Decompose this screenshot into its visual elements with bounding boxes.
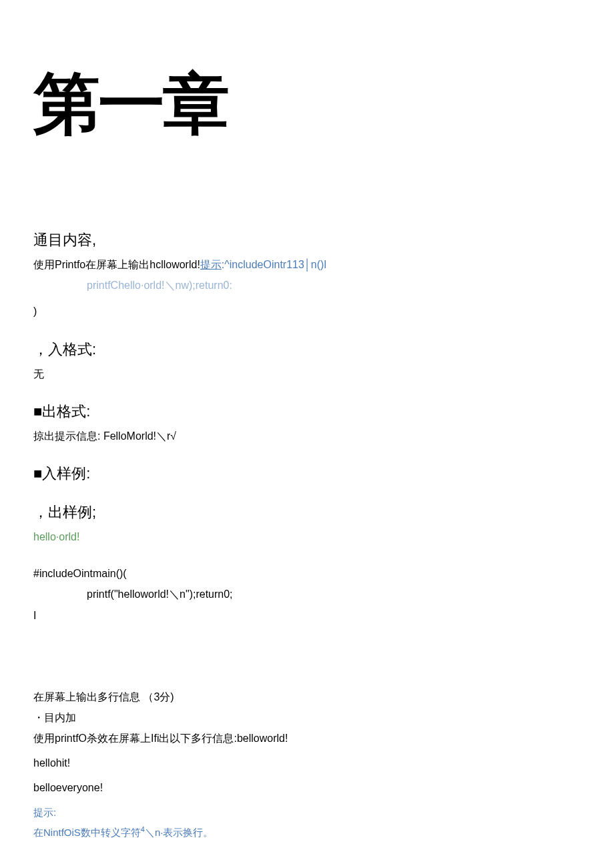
body-line: ) bbox=[33, 302, 581, 320]
body-line: 使用Printfo在屏幕上输出hclloworld!提示:^includeOin… bbox=[33, 256, 581, 274]
chapter-title: 第一章 bbox=[33, 60, 581, 150]
body-line: 无 bbox=[33, 365, 581, 383]
text-segment: 在NintfOiS数中转义字符 bbox=[33, 827, 141, 838]
body-line: 掠出提示信息: FelloMorld!＼r√ bbox=[33, 427, 581, 445]
body-line: 在屏幕上输出多行信息 （3分) bbox=[33, 688, 581, 706]
hint-label: 提示: bbox=[33, 804, 581, 821]
hint-link[interactable]: 提示 bbox=[200, 259, 222, 270]
section-heading-content: 通目内容, bbox=[33, 230, 581, 250]
section-heading-output-example: ，出样例; bbox=[33, 502, 581, 522]
text-segment: 使用Printfo在屏幕上输出hclloworld! bbox=[33, 259, 200, 270]
body-line: hellohit! bbox=[33, 754, 581, 772]
section-heading-input-format: ，入格式: bbox=[33, 340, 581, 360]
body-line: 使用printfO杀效在屏幕上Ifi出以下多行信息:belloworld! bbox=[33, 729, 581, 747]
body-line: ・目内加 bbox=[33, 709, 581, 727]
code-line: I bbox=[33, 606, 581, 624]
hint-content: 在NintfOiS数中转义字符4＼n·表示换行。 bbox=[33, 823, 581, 841]
text-segment: ＼n·表示换行。 bbox=[145, 827, 214, 838]
code-line: printf("helloworld!＼n");return0; bbox=[33, 585, 581, 603]
output-example-text: hello·orld! bbox=[33, 528, 581, 546]
body-line: belloeveryone! bbox=[33, 779, 581, 797]
code-line: printfChello·orld!＼nw);return0: bbox=[33, 276, 581, 294]
code-line: #includeOintmain()( bbox=[33, 564, 581, 582]
section-heading-output-format: ■出格式: bbox=[33, 402, 581, 422]
section-heading-input-example: ■入样例: bbox=[33, 464, 581, 484]
text-segment-blue: :^includeOintr113│n()l bbox=[222, 259, 326, 270]
